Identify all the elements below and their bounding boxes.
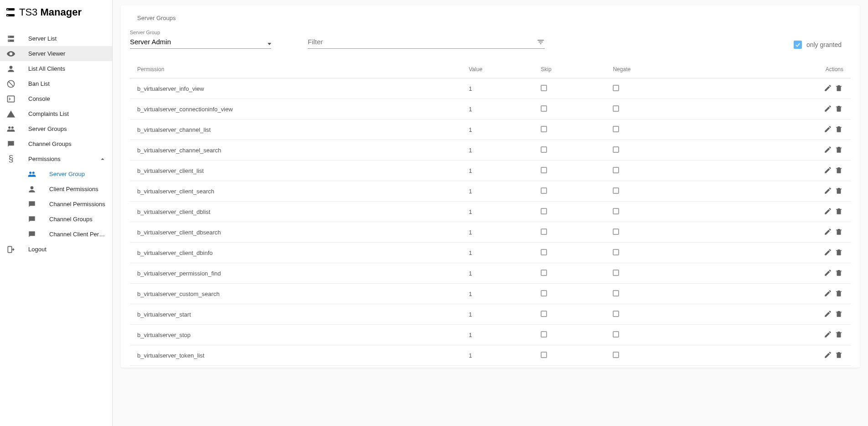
cell-actions xyxy=(735,345,851,366)
nav-item-permissions[interactable]: §Permissions xyxy=(0,151,112,166)
only-granted-checkbox[interactable] xyxy=(794,41,802,49)
edit-button[interactable] xyxy=(823,166,832,175)
skip-checkbox[interactable] xyxy=(541,249,547,255)
delete-button[interactable] xyxy=(834,350,843,359)
header-permission[interactable]: Permission xyxy=(130,61,461,78)
nav-item-server-groups[interactable]: Server Groups xyxy=(0,121,112,136)
only-granted-toggle[interactable]: only granted xyxy=(794,41,851,49)
table-row: b_virtualserver_start1 xyxy=(130,304,851,325)
only-granted-label: only granted xyxy=(806,41,842,48)
nav-item-console[interactable]: Console xyxy=(0,91,112,106)
edit-button[interactable] xyxy=(823,248,832,257)
negate-checkbox[interactable] xyxy=(613,290,619,296)
edit-button[interactable] xyxy=(823,186,832,195)
people-icon xyxy=(5,125,16,134)
permissions-table: Permission Value Skip Negate Actions b_v… xyxy=(130,61,851,366)
cell-value: 1 xyxy=(461,140,533,161)
edit-button[interactable] xyxy=(823,207,832,216)
cell-negate xyxy=(605,263,735,284)
svg-rect-4 xyxy=(8,96,15,102)
delete-button[interactable] xyxy=(834,289,843,298)
skip-checkbox[interactable] xyxy=(541,229,547,235)
delete-button[interactable] xyxy=(834,83,843,93)
filter-input[interactable] xyxy=(308,36,545,49)
header-skip[interactable]: Skip xyxy=(533,61,605,78)
edit-button[interactable] xyxy=(823,268,832,277)
delete-button[interactable] xyxy=(834,186,843,195)
sub-item-channel-permissions[interactable]: Channel Permissions xyxy=(0,197,112,212)
skip-checkbox[interactable] xyxy=(541,331,547,338)
edit-button[interactable] xyxy=(823,145,832,154)
edit-button[interactable] xyxy=(823,330,832,339)
sub-item-channel-groups[interactable]: Channel Groups xyxy=(0,212,112,227)
header-value[interactable]: Value xyxy=(461,61,533,78)
edit-button[interactable] xyxy=(823,104,832,113)
delete-button[interactable] xyxy=(834,166,843,175)
cell-actions xyxy=(735,99,851,119)
header-negate[interactable]: Negate xyxy=(605,61,735,78)
negate-checkbox[interactable] xyxy=(613,105,619,112)
skip-checkbox[interactable] xyxy=(541,126,547,132)
negate-checkbox[interactable] xyxy=(613,331,619,338)
nav-label: Ban List xyxy=(28,80,107,87)
table-row: b_virtualserver_client_dblist1 xyxy=(130,202,851,222)
skip-checkbox[interactable] xyxy=(541,85,547,91)
edit-button[interactable] xyxy=(823,309,832,318)
cell-actions xyxy=(735,140,851,161)
delete-button[interactable] xyxy=(834,227,843,236)
negate-checkbox[interactable] xyxy=(613,229,619,235)
skip-checkbox[interactable] xyxy=(541,105,547,112)
negate-checkbox[interactable] xyxy=(613,352,619,358)
delete-button[interactable] xyxy=(834,330,843,339)
skip-checkbox[interactable] xyxy=(541,270,547,276)
edit-button[interactable] xyxy=(823,125,832,134)
delete-button[interactable] xyxy=(834,145,843,154)
sub-item-channel-client-permissio-[interactable]: Channel Client Permissio… xyxy=(0,227,112,242)
edit-button[interactable] xyxy=(823,227,832,236)
negate-checkbox[interactable] xyxy=(613,270,619,276)
skip-checkbox[interactable] xyxy=(541,352,547,358)
delete-button[interactable] xyxy=(834,309,843,318)
cell-value: 1 xyxy=(461,263,533,284)
nav-item-complaints-list[interactable]: Complaints List xyxy=(0,106,112,121)
filter-field[interactable] xyxy=(308,36,545,49)
negate-checkbox[interactable] xyxy=(613,146,619,153)
skip-checkbox[interactable] xyxy=(541,187,547,194)
edit-button[interactable] xyxy=(823,350,832,359)
sub-item-server-group[interactable]: Server Group xyxy=(0,166,112,182)
negate-checkbox[interactable] xyxy=(613,187,619,194)
chat-icon xyxy=(5,140,16,149)
negate-checkbox[interactable] xyxy=(613,208,619,214)
negate-checkbox[interactable] xyxy=(613,249,619,255)
negate-checkbox[interactable] xyxy=(613,126,619,132)
skip-checkbox[interactable] xyxy=(541,146,547,153)
delete-button[interactable] xyxy=(834,248,843,257)
cell-skip xyxy=(533,243,605,263)
edit-button[interactable] xyxy=(823,289,832,298)
nav-item-server-viewer[interactable]: Server Viewer xyxy=(0,46,112,61)
nav-item-server-list[interactable]: Server List xyxy=(0,31,112,46)
negate-checkbox[interactable] xyxy=(613,167,619,173)
negate-checkbox[interactable] xyxy=(613,85,619,91)
cell-value: 1 xyxy=(461,345,533,366)
negate-checkbox[interactable] xyxy=(613,311,619,317)
delete-button[interactable] xyxy=(834,125,843,134)
sub-item-client-permissions[interactable]: Client Permissions xyxy=(0,182,112,197)
skip-checkbox[interactable] xyxy=(541,311,547,317)
edit-button[interactable] xyxy=(823,83,832,93)
server-group-select-value[interactable] xyxy=(130,36,271,49)
delete-button[interactable] xyxy=(834,207,843,216)
nav-label: Permissions xyxy=(28,156,87,162)
brand: TS3 Manager xyxy=(0,0,112,25)
server-group-select[interactable]: Server Group xyxy=(130,30,271,49)
delete-button[interactable] xyxy=(834,268,843,277)
nav-item-ban-list[interactable]: Ban List xyxy=(0,76,112,91)
delete-button[interactable] xyxy=(834,104,843,113)
skip-checkbox[interactable] xyxy=(541,167,547,173)
nav-item-logout[interactable]: Logout xyxy=(0,242,112,257)
nav-item-list-all-clients[interactable]: List All Clients xyxy=(0,61,112,76)
cell-actions xyxy=(735,222,851,243)
skip-checkbox[interactable] xyxy=(541,290,547,296)
nav-item-channel-groups[interactable]: Channel Groups xyxy=(0,136,112,151)
skip-checkbox[interactable] xyxy=(541,208,547,214)
